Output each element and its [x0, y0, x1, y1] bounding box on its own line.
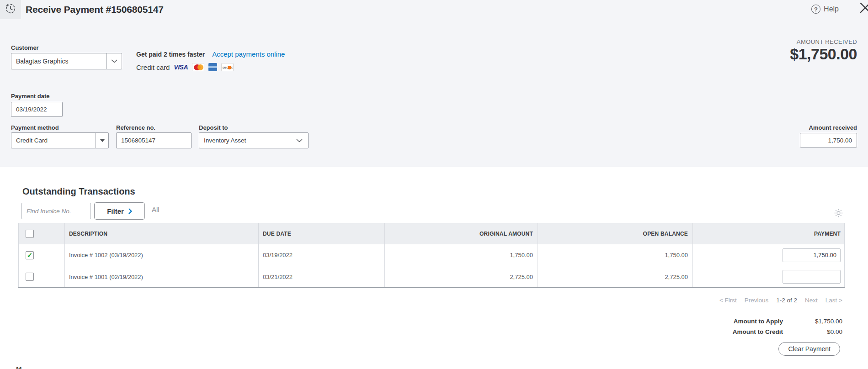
filter-button[interactable]: Filter: [94, 202, 145, 220]
receive-payment-window: Receive Payment #1506805147 ? Help Custo…: [0, 0, 868, 369]
row-description: Invoice # 1001 (02/19/2022): [64, 266, 258, 287]
amex-logo-icon: [208, 63, 217, 71]
customer-label: Customer: [11, 44, 39, 51]
col-payment: PAYMENT: [692, 223, 845, 244]
pagination-previous[interactable]: Previous: [745, 297, 769, 304]
promo-text: Get paid 2 times faster: [136, 51, 205, 58]
amount-received-heading: AMOUNT RECEIVED: [797, 38, 857, 45]
close-icon[interactable]: [858, 1, 868, 16]
payment-date-input[interactable]: [11, 102, 63, 117]
help-icon: ?: [811, 5, 820, 14]
payment-date-label: Payment date: [11, 93, 50, 100]
customer-value: Balagtas Graphics: [11, 58, 107, 65]
transactions-table: DESCRIPTION DUE DATE ORIGINAL AMOUNT OPE…: [18, 223, 845, 288]
accept-payments-link[interactable]: Accept payments online: [212, 50, 285, 58]
amount-received-field-label: Amount received: [809, 124, 857, 131]
row-payment-input[interactable]: [783, 270, 841, 284]
visa-logo-icon: VISA: [174, 63, 188, 71]
pagination-first[interactable]: < First: [719, 297, 737, 304]
recent-transactions-button[interactable]: [0, 0, 21, 19]
promo-line: Get paid 2 times faster Accept payments …: [136, 50, 285, 58]
clock-history-icon: [5, 3, 16, 16]
row-original-amount: 1,750.00: [384, 244, 538, 266]
filter-label: Filter: [107, 207, 124, 215]
row-description: Invoice # 1002 (03/19/2022): [64, 244, 258, 266]
find-invoice-input[interactable]: [21, 203, 91, 219]
table-row: Invoice # 1002 (03/19/2022) 03/19/2022 1…: [18, 244, 845, 266]
amount-to-apply-row: Amount to Apply $1,750.00: [734, 318, 842, 325]
customer-select[interactable]: Balagtas Graphics: [11, 53, 122, 69]
row-open-balance: 1,750.00: [538, 244, 692, 266]
row-checkbox[interactable]: [26, 251, 34, 259]
table-row: Invoice # 1001 (02/19/2022) 03/21/2022 2…: [18, 266, 845, 288]
amount-to-credit-value: $0.00: [783, 328, 842, 335]
reference-input[interactable]: [116, 132, 192, 148]
pagination-range: 1-2 of 2: [776, 297, 797, 304]
payment-method-value: Credit Card: [11, 137, 96, 144]
pagination: < First Previous 1-2 of 2 Next Last >: [719, 297, 842, 304]
chevron-down-icon[interactable]: [290, 133, 308, 148]
amount-to-apply-label: Amount to Apply: [734, 318, 783, 325]
gear-icon[interactable]: [834, 208, 843, 220]
help-button[interactable]: ? Help: [811, 0, 839, 18]
discover-logo-icon: DISCOVER: [221, 63, 234, 71]
memo-partial-text: M: [16, 365, 22, 369]
deposit-to-select[interactable]: Inventory Asset: [199, 132, 309, 148]
amount-received-total: $1,750.00: [790, 45, 857, 63]
payment-method-label: Payment method: [11, 124, 59, 131]
amount-to-apply-value: $1,750.00: [783, 318, 842, 325]
row-due-date: 03/19/2022: [258, 244, 384, 266]
amount-to-credit-label: Amount to Credit: [733, 328, 783, 335]
row-original-amount: 2,725.00: [384, 266, 538, 287]
row-open-balance: 2,725.00: [538, 266, 692, 287]
row-due-date: 03/21/2022: [258, 266, 384, 287]
filter-scope-label: All: [152, 206, 160, 213]
page-title: Receive Payment #1506805147: [26, 0, 164, 19]
clear-payment-button[interactable]: Clear Payment: [778, 342, 840, 356]
col-original-amount: ORIGINAL AMOUNT: [384, 223, 538, 244]
chevron-right-icon: [128, 208, 132, 214]
row-checkbox[interactable]: [26, 273, 34, 281]
help-label: Help: [824, 5, 839, 13]
amount-to-credit-row: Amount to Credit $0.00: [733, 328, 842, 335]
table-header-row: DESCRIPTION DUE DATE ORIGINAL AMOUNT OPE…: [18, 223, 845, 244]
dropdown-triangle-icon[interactable]: [96, 133, 108, 148]
amount-received-input[interactable]: [800, 133, 857, 148]
select-all-checkbox[interactable]: [26, 230, 34, 238]
credit-card-line: Credit card VISA DISCOVER: [136, 63, 234, 71]
pagination-next[interactable]: Next: [805, 297, 818, 304]
pagination-last[interactable]: Last >: [825, 297, 842, 304]
outstanding-transactions-heading: Outstanding Transactions: [22, 186, 135, 197]
chevron-down-icon[interactable]: [107, 53, 122, 69]
col-open-balance: OPEN BALANCE: [538, 223, 692, 244]
deposit-to-label: Deposit to: [199, 124, 228, 131]
mastercard-logo-icon: [192, 63, 204, 71]
row-payment-input[interactable]: [783, 248, 841, 262]
deposit-to-value: Inventory Asset: [199, 137, 290, 144]
credit-card-label: Credit card: [136, 63, 170, 71]
col-description: DESCRIPTION: [64, 223, 258, 244]
payment-method-select[interactable]: Credit Card: [11, 132, 109, 148]
col-due-date: DUE DATE: [258, 223, 384, 244]
reference-label: Reference no.: [116, 124, 155, 131]
